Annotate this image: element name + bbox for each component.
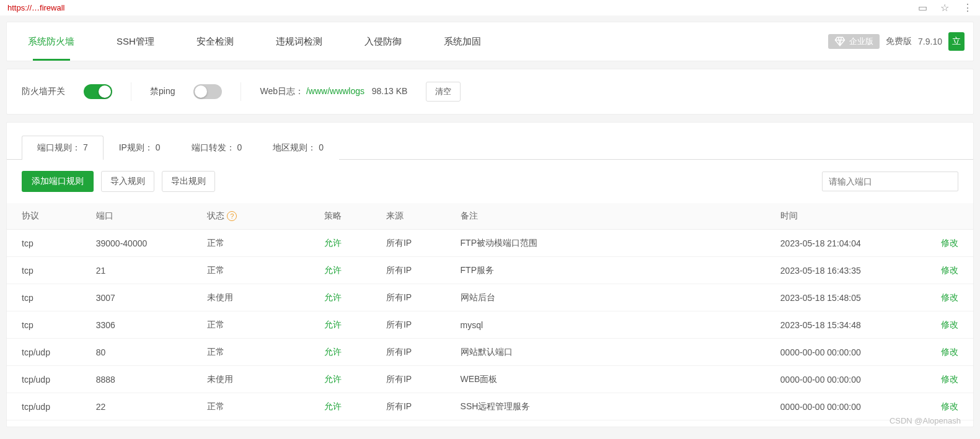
cell-policy: 允许 bbox=[309, 339, 371, 366]
th-status: 状态? bbox=[192, 203, 309, 230]
version-number: 7.9.10 bbox=[918, 37, 942, 46]
cell-source: 所有IP bbox=[371, 311, 446, 339]
cell-time: 2023-05-18 16:43:35 bbox=[766, 257, 926, 284]
subtab-region-rules[interactable]: 地区规则： 0 bbox=[257, 136, 339, 160]
table-row: tcp3007未使用允许所有IP网站后台2023-05-18 15:48:05修… bbox=[7, 284, 973, 311]
star-icon[interactable]: ☆ bbox=[940, 2, 949, 13]
edit-link[interactable]: 修改 bbox=[941, 292, 958, 302]
cell-policy: 允许 bbox=[309, 366, 371, 393]
cell-action: 修改 bbox=[926, 339, 973, 366]
search-port-input[interactable] bbox=[822, 172, 958, 191]
reader-icon[interactable]: ▭ bbox=[918, 2, 927, 13]
cell-source: 所有IP bbox=[371, 366, 446, 393]
table-row: tcp3306正常允许所有IPmysql2023-05-18 15:34:48修… bbox=[7, 311, 973, 339]
cell-policy: 允许 bbox=[309, 257, 371, 284]
cell-protocol: tcp/udp bbox=[7, 393, 81, 420]
edit-link[interactable]: 修改 bbox=[941, 347, 958, 357]
menu-icon[interactable]: ⋮ bbox=[963, 2, 973, 13]
run-button[interactable]: 立 bbox=[948, 32, 965, 51]
cell-policy: 允许 bbox=[309, 311, 371, 339]
cell-note: FTP服务 bbox=[446, 257, 766, 284]
cell-protocol: tcp/udp bbox=[7, 339, 81, 366]
cell-protocol: tcp bbox=[7, 284, 81, 311]
cell-source: 所有IP bbox=[371, 339, 446, 366]
edit-link[interactable]: 修改 bbox=[941, 238, 958, 248]
tab-hardening[interactable]: 系统加固 bbox=[423, 22, 502, 61]
ping-switch[interactable] bbox=[193, 84, 222, 99]
cell-policy: 允许 bbox=[309, 284, 371, 311]
cell-status: 正常 bbox=[192, 230, 309, 257]
weblog-path[interactable]: /www/wwwlogs bbox=[306, 86, 364, 96]
rule-subtabs: 端口规则： 7 IP规则： 0 端口转发： 0 地区规则： 0 bbox=[7, 123, 973, 159]
table-row: tcp21正常允许所有IPFTP服务2023-05-18 16:43:35修改 bbox=[7, 257, 973, 284]
cell-status: 未使用 bbox=[192, 284, 309, 311]
cell-source: 所有IP bbox=[371, 257, 446, 284]
free-version-label: 免费版 bbox=[886, 36, 912, 47]
weblog-label: Web日志： bbox=[260, 86, 304, 96]
cell-protocol: tcp/udp bbox=[7, 366, 81, 393]
enterprise-badge[interactable]: 企业版 bbox=[828, 34, 880, 49]
table-row: tcp/udp80正常允许所有IP网站默认端口0000-00-00 00:00:… bbox=[7, 339, 973, 366]
export-rules-button[interactable]: 导出规则 bbox=[162, 171, 215, 192]
cell-status: 正常 bbox=[192, 311, 309, 339]
th-policy: 策略 bbox=[309, 203, 371, 230]
edit-link[interactable]: 修改 bbox=[941, 401, 958, 411]
th-note: 备注 bbox=[446, 203, 766, 230]
cell-port: 39000-40000 bbox=[81, 230, 192, 257]
firewall-switch[interactable] bbox=[84, 84, 112, 99]
main-tab-strip: 系统防火墙 SSH管理 安全检测 违规词检测 入侵防御 系统加固 企业版 免费版… bbox=[6, 22, 974, 61]
import-rules-button[interactable]: 导入规则 bbox=[101, 171, 154, 192]
tab-ssh[interactable]: SSH管理 bbox=[95, 22, 175, 61]
cell-time: 0000-00-00 00:00:00 bbox=[766, 339, 926, 366]
subtab-ip-rules[interactable]: IP规则： 0 bbox=[104, 136, 176, 160]
tab-intrusion[interactable]: 入侵防御 bbox=[343, 22, 423, 61]
edit-link[interactable]: 修改 bbox=[941, 319, 958, 329]
cell-policy: 允许 bbox=[309, 393, 371, 420]
cell-time: 0000-00-00 00:00:00 bbox=[766, 393, 926, 420]
cell-port: 3306 bbox=[81, 311, 192, 339]
th-source: 来源 bbox=[371, 203, 446, 230]
cell-action: 修改 bbox=[926, 230, 973, 257]
subtab-port-rules[interactable]: 端口规则： 7 bbox=[22, 136, 104, 160]
edit-link[interactable]: 修改 bbox=[941, 374, 958, 384]
url-text: https://…firewall bbox=[7, 3, 64, 12]
cell-action: 修改 bbox=[926, 257, 973, 284]
edit-link[interactable]: 修改 bbox=[941, 265, 958, 275]
cell-protocol: tcp bbox=[7, 230, 81, 257]
subtab-port-forward[interactable]: 端口转发： 0 bbox=[176, 136, 258, 160]
cell-action: 修改 bbox=[926, 366, 973, 393]
tab-label: 安全检测 bbox=[196, 36, 234, 48]
cell-note: WEB面板 bbox=[446, 366, 766, 393]
cell-note: 网站默认端口 bbox=[446, 339, 766, 366]
cell-time: 0000-00-00 00:00:00 bbox=[766, 366, 926, 393]
rules-toolbar: 添加端口规则 导入规则 导出规则 bbox=[7, 160, 973, 203]
cell-status: 正常 bbox=[192, 393, 309, 420]
tab-label: 入侵防御 bbox=[364, 36, 402, 48]
th-time: 时间 bbox=[766, 203, 926, 230]
enterprise-label: 企业版 bbox=[849, 36, 873, 47]
divider bbox=[241, 82, 241, 101]
tab-security-check[interactable]: 安全检测 bbox=[175, 22, 255, 61]
rules-content: 端口规则： 7 IP规则： 0 端口转发： 0 地区规则： 0 添加端口规则 导… bbox=[6, 122, 974, 427]
cell-status: 未使用 bbox=[192, 366, 309, 393]
cell-action: 修改 bbox=[926, 311, 973, 339]
help-icon[interactable]: ? bbox=[227, 211, 237, 221]
cell-source: 所有IP bbox=[371, 284, 446, 311]
tab-firewall[interactable]: 系统防火墙 bbox=[7, 22, 95, 61]
status-panel: 防火墙开关 禁ping Web日志： /www/wwwlogs 98.13 KB… bbox=[6, 69, 974, 115]
tab-violation[interactable]: 违规词检测 bbox=[255, 22, 343, 61]
port-rules-table: 协议 端口 状态? 策略 来源 备注 时间 tcp39000-40000正常允许… bbox=[7, 203, 973, 420]
th-port: 端口 bbox=[81, 203, 192, 230]
cell-port: 22 bbox=[81, 393, 192, 420]
diamond-icon bbox=[834, 36, 845, 47]
add-port-rule-button[interactable]: 添加端口规则 bbox=[22, 171, 94, 192]
cell-status: 正常 bbox=[192, 257, 309, 284]
cell-note: FTP被动模端口范围 bbox=[446, 230, 766, 257]
cell-action: 修改 bbox=[926, 393, 973, 420]
cell-port: 21 bbox=[81, 257, 192, 284]
cell-source: 所有IP bbox=[371, 393, 446, 420]
clear-log-button[interactable]: 清空 bbox=[426, 82, 461, 102]
table-row: tcp39000-40000正常允许所有IPFTP被动模端口范围2023-05-… bbox=[7, 230, 973, 257]
cell-note: SSH远程管理服务 bbox=[446, 393, 766, 420]
cell-status: 正常 bbox=[192, 339, 309, 366]
